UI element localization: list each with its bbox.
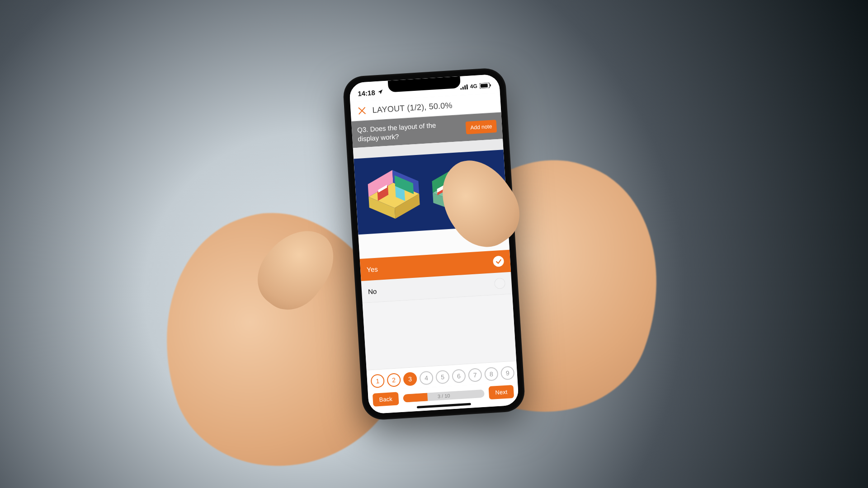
content-area — [363, 294, 516, 370]
question-text: Q3. Does the layout of the display work? — [357, 120, 455, 143]
close-icon — [357, 106, 367, 116]
option-label: No — [368, 287, 377, 295]
cellular-icon — [460, 83, 468, 91]
network-label: 4G — [470, 83, 477, 90]
pager-item-1[interactable]: 1 — [370, 374, 385, 388]
back-button[interactable]: Back — [373, 392, 399, 406]
svg-rect-5 — [481, 84, 488, 88]
add-note-button[interactable]: Add note — [466, 120, 497, 134]
progress-bar: 3 / 10 — [403, 389, 485, 402]
pager-item-3[interactable]: 3 — [403, 372, 417, 386]
pager-item-9[interactable]: 9 — [500, 366, 515, 380]
pager-item-4[interactable]: 4 — [419, 371, 434, 385]
option-label: Yes — [367, 265, 378, 273]
progress-label: 3 / 10 — [438, 393, 450, 399]
check-icon — [493, 256, 504, 267]
pager-item-5[interactable]: 5 — [435, 370, 450, 385]
pager-item-8[interactable]: 8 — [484, 367, 499, 381]
svg-rect-3 — [467, 84, 468, 89]
pager-item-2[interactable]: 2 — [387, 373, 401, 387]
location-icon — [377, 88, 384, 96]
status-time: 14:18 — [358, 89, 375, 97]
radio-icon — [494, 278, 505, 289]
svg-rect-6 — [490, 84, 491, 86]
svg-rect-0 — [460, 88, 462, 89]
close-button[interactable] — [356, 104, 368, 117]
next-button[interactable]: Next — [489, 385, 514, 399]
progress-fill — [403, 393, 428, 402]
battery-icon — [479, 81, 491, 90]
svg-rect-2 — [464, 85, 466, 89]
pager-item-7[interactable]: 7 — [468, 368, 482, 382]
svg-rect-1 — [462, 86, 464, 89]
page-title: LAYOUT (1/2), 50.0% — [372, 100, 453, 115]
pager-item-6[interactable]: 6 — [452, 369, 466, 383]
